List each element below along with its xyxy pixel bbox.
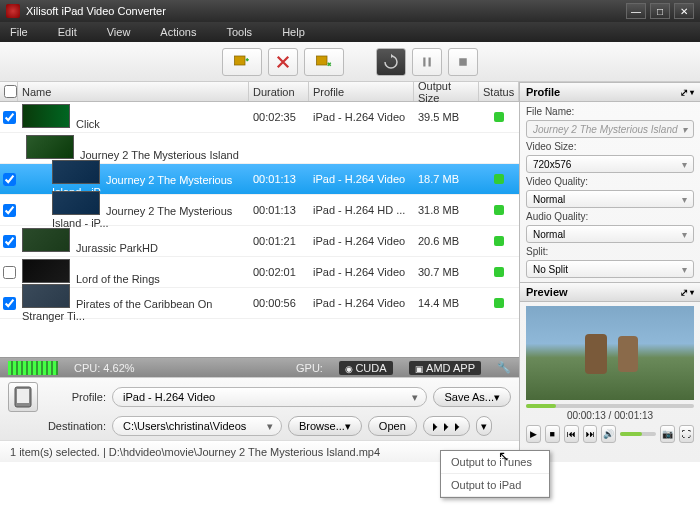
col-profile[interactable]: Profile bbox=[309, 82, 414, 101]
row-duration: 00:02:35 bbox=[249, 111, 309, 123]
dest-label: Destination: bbox=[44, 420, 106, 432]
split-label: Split: bbox=[526, 246, 694, 257]
split-select[interactable]: No Split bbox=[526, 260, 694, 278]
svg-rect-3 bbox=[429, 57, 431, 66]
saveas-button[interactable]: Save As... ▾ bbox=[433, 387, 511, 407]
mute-button[interactable]: 🔊 bbox=[601, 425, 616, 443]
menu-edit[interactable]: Edit bbox=[58, 26, 77, 38]
stop-preview-button[interactable]: ■ bbox=[545, 425, 560, 443]
wrench-icon[interactable]: 🔧 bbox=[497, 361, 511, 374]
convert-button[interactable] bbox=[376, 48, 406, 76]
preview-area[interactable] bbox=[526, 306, 694, 400]
table-row[interactable]: Jurassic ParkHD00:01:21iPad - H.264 Vide… bbox=[0, 226, 519, 257]
menubar: File Edit View Actions Tools Help bbox=[0, 22, 700, 42]
table-row[interactable]: Pirates of the Caribbean On Stranger Ti.… bbox=[0, 288, 519, 319]
preview-time: 00:00:13 / 00:01:13 bbox=[520, 410, 700, 421]
row-profile: iPad - H.264 Video bbox=[309, 266, 414, 278]
expand-icon[interactable]: ⤢ bbox=[680, 87, 688, 98]
thumbnail-icon bbox=[22, 284, 70, 308]
next-button[interactable]: ⏭ bbox=[583, 425, 598, 443]
minimize-button[interactable]: — bbox=[626, 3, 646, 19]
status-icon bbox=[494, 267, 504, 277]
app-title: Xilisoft iPad Video Converter bbox=[26, 5, 626, 17]
destination-select[interactable]: C:\Users\christina\Videos bbox=[112, 416, 282, 436]
table-row[interactable]: Journey 2 The Mysterious Island - iP...0… bbox=[0, 195, 519, 226]
svg-rect-1 bbox=[317, 56, 328, 65]
thumbnail-icon bbox=[52, 191, 100, 215]
delete-button[interactable] bbox=[268, 48, 298, 76]
prev-button[interactable]: ⏮ bbox=[564, 425, 579, 443]
filename-field[interactable]: Journey 2 The Mysterious Island bbox=[526, 120, 694, 138]
cuda-badge[interactable]: ◉ CUDA bbox=[339, 361, 393, 375]
thumbnail-icon bbox=[22, 104, 70, 128]
output-button[interactable]: ⏵⏵⏵ bbox=[423, 416, 470, 436]
col-output[interactable]: Output Size bbox=[414, 82, 479, 101]
row-name: Click bbox=[76, 118, 100, 130]
svg-rect-0 bbox=[235, 56, 246, 65]
ipad-icon bbox=[8, 382, 38, 412]
play-button[interactable]: ▶ bbox=[526, 425, 541, 443]
menu-help[interactable]: Help bbox=[282, 26, 305, 38]
pause-button[interactable] bbox=[412, 48, 442, 76]
position-slider[interactable] bbox=[526, 404, 694, 408]
row-duration: 00:01:13 bbox=[249, 204, 309, 216]
audioquality-select[interactable]: Normal bbox=[526, 225, 694, 243]
row-checkbox[interactable] bbox=[3, 266, 16, 279]
volume-slider[interactable] bbox=[620, 432, 656, 436]
row-profile: iPad - H.264 HD ... bbox=[309, 204, 414, 216]
status-icon bbox=[494, 298, 504, 308]
table-row[interactable]: Click00:02:35iPad - H.264 Video39.5 MB bbox=[0, 102, 519, 133]
output-itunes-item[interactable]: Output to iTunes bbox=[441, 451, 549, 474]
expand-preview-icon[interactable]: ⤢ bbox=[680, 287, 688, 298]
stop-button[interactable] bbox=[448, 48, 478, 76]
menu-actions[interactable]: Actions bbox=[160, 26, 196, 38]
row-profile: iPad - H.264 Video bbox=[309, 235, 414, 247]
row-checkbox[interactable] bbox=[3, 173, 16, 186]
row-checkbox[interactable] bbox=[3, 204, 16, 217]
col-duration[interactable]: Duration bbox=[249, 82, 309, 101]
status-icon bbox=[494, 205, 504, 215]
col-name[interactable]: Name bbox=[18, 82, 249, 101]
row-duration: 00:00:56 bbox=[249, 297, 309, 309]
snapshot-button[interactable]: 📷 bbox=[660, 425, 675, 443]
add-profile-button[interactable] bbox=[304, 48, 344, 76]
col-status[interactable]: Status bbox=[479, 82, 519, 101]
check-all[interactable] bbox=[4, 85, 17, 98]
close-button[interactable]: ✕ bbox=[674, 3, 694, 19]
output-dropdown-button[interactable]: ▾ bbox=[476, 416, 492, 436]
add-file-button[interactable] bbox=[222, 48, 262, 76]
thumbnail-icon bbox=[22, 259, 70, 283]
filename-label: File Name: bbox=[526, 106, 694, 117]
profile-select[interactable]: iPad - H.264 Video bbox=[112, 387, 427, 407]
thumbnail-icon bbox=[22, 228, 70, 252]
videoquality-select[interactable]: Normal bbox=[526, 190, 694, 208]
row-checkbox[interactable] bbox=[3, 235, 16, 248]
output-ipad-item[interactable]: Output to iPad bbox=[441, 474, 549, 497]
browse-button[interactable]: Browse... ▾ bbox=[288, 416, 362, 436]
thumbnail-icon bbox=[52, 160, 100, 184]
output-menu: Output to iTunes Output to iPad bbox=[440, 450, 550, 498]
titlebar: Xilisoft iPad Video Converter — □ ✕ bbox=[0, 0, 700, 22]
menu-file[interactable]: File bbox=[10, 26, 28, 38]
column-header: Name Duration Profile Output Size Status bbox=[0, 82, 519, 102]
menu-view[interactable]: View bbox=[107, 26, 131, 38]
row-duration: 00:02:01 bbox=[249, 266, 309, 278]
videosize-select[interactable]: 720x576 bbox=[526, 155, 694, 173]
open-button[interactable]: Open bbox=[368, 416, 417, 436]
amd-badge[interactable]: ▣ AMD APP bbox=[409, 361, 481, 375]
row-profile: iPad - H.264 Video bbox=[309, 297, 414, 309]
fullscreen-button[interactable]: ⛶ bbox=[679, 425, 694, 443]
row-checkbox[interactable] bbox=[3, 111, 16, 124]
bottom-bar: Profile: iPad - H.264 Video Save As... ▾… bbox=[0, 377, 519, 440]
profile-panel-header[interactable]: Profile⤢ bbox=[520, 82, 700, 102]
row-output: 20.6 MB bbox=[414, 235, 479, 247]
menu-tools[interactable]: Tools bbox=[226, 26, 252, 38]
status-icon bbox=[494, 236, 504, 246]
preview-panel-header[interactable]: Preview⤢ bbox=[520, 282, 700, 302]
row-checkbox[interactable] bbox=[3, 297, 16, 310]
app-logo-icon bbox=[6, 4, 20, 18]
toolbar bbox=[0, 42, 700, 82]
audioquality-label: Audio Quality: bbox=[526, 211, 694, 222]
thumbnail-icon bbox=[26, 135, 74, 159]
maximize-button[interactable]: □ bbox=[650, 3, 670, 19]
